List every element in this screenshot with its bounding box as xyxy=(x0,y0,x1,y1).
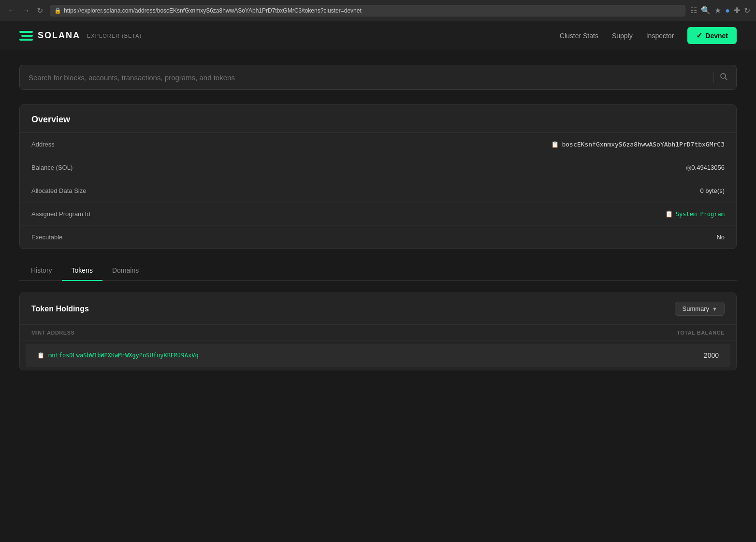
extensions2-button[interactable]: ✚ xyxy=(734,6,740,15)
url-text: https://explorer.solana.com/address/bosc… xyxy=(64,7,362,14)
search-bar-container xyxy=(19,65,737,90)
svg-rect-0 xyxy=(19,31,33,33)
inspector-link[interactable]: Inspector xyxy=(646,32,674,40)
forward-button[interactable]: → xyxy=(20,6,32,15)
data-size-row: Allocated Data Size 0 byte(s) xyxy=(20,179,736,203)
svg-rect-2 xyxy=(19,39,33,41)
copy-program-icon[interactable]: 📋 xyxy=(665,210,673,218)
copy-address-icon[interactable]: 📋 xyxy=(551,141,559,148)
overview-title: Overview xyxy=(20,105,736,133)
executable-value: No xyxy=(716,234,725,241)
address-value: 📋 boscEKsnfGxnmxyS6za8hwwASoYAbh1PrD7tbx… xyxy=(551,141,725,148)
executable-label: Executable xyxy=(31,234,62,241)
logo-area: SOLANA EXPLORER (BETA) xyxy=(19,30,142,41)
search-section xyxy=(0,50,756,104)
mint-address-link[interactable]: mntfosDLwaSbW1bWPXKwMrWXgyPoSUfuyKBEMJ9A… xyxy=(48,352,199,359)
total-balance-header: TOTAL BALANCE xyxy=(677,330,725,336)
cluster-stats-link[interactable]: Cluster Stats xyxy=(560,32,598,40)
reload-button[interactable]: ↻ xyxy=(35,6,45,15)
solana-logo-icon xyxy=(19,31,33,41)
summary-btn-label: Summary xyxy=(682,305,709,312)
logo-text: SOLANA xyxy=(38,30,80,41)
token-holdings-card: Token Holdings Summary ▼ MINT ADDRESS TO… xyxy=(19,293,737,370)
summary-button[interactable]: Summary ▼ xyxy=(675,302,725,316)
logo-beta-text: EXPLORER (BETA) xyxy=(87,33,142,39)
data-size-label: Allocated Data Size xyxy=(31,187,86,194)
browser-nav-buttons: ← → ↻ xyxy=(6,6,45,15)
balance-amount: ◎0.49413056 xyxy=(686,164,725,171)
address-label: Address xyxy=(31,141,55,148)
tab-tokens[interactable]: Tokens xyxy=(62,261,102,281)
devnet-button[interactable]: ✓ Devnet xyxy=(687,27,737,44)
extensions-button[interactable]: ☷ xyxy=(690,6,697,15)
address-row: Address 📋 boscEKsnfGxnmxyS6za8hwwASoYAbh… xyxy=(20,133,736,156)
svg-line-4 xyxy=(725,78,727,80)
program-id-value: 📋 System Program xyxy=(665,210,725,218)
browser-actions: ☷ 🔍 ★ ● ✚ ↻ xyxy=(690,6,750,15)
table-row: 📋 mntfosDLwaSbW1bWPXKwMrWXgyPoSUfuyKBEMJ… xyxy=(26,344,730,367)
address-bar[interactable]: 🔒 https://explorer.solana.com/address/bo… xyxy=(50,5,685,16)
balance-row: Balance (SOL) ◎0.49413056 xyxy=(20,156,736,179)
balance-value: ◎0.49413056 xyxy=(686,164,725,171)
token-holdings-title: Token Holdings xyxy=(31,305,89,313)
executable-row: Executable No xyxy=(20,226,736,249)
copy-mint-icon[interactable]: 📋 xyxy=(37,352,44,359)
lock-icon: 🔒 xyxy=(54,7,61,14)
tab-history[interactable]: History xyxy=(21,261,62,281)
overview-card: Overview Address 📋 boscEKsnfGxnmxyS6za8h… xyxy=(19,104,737,249)
program-id-row: Assigned Program Id 📋 System Program xyxy=(20,203,736,226)
svg-rect-1 xyxy=(21,35,33,37)
devnet-check-icon: ✓ xyxy=(696,31,702,40)
search-button[interactable] xyxy=(720,73,727,82)
address-text: boscEKsnfGxnmxyS6za8hwwASoYAbh1PrD7tbxGM… xyxy=(562,141,725,148)
balance-label: Balance (SOL) xyxy=(31,164,73,171)
refresh2-button[interactable]: ↻ xyxy=(744,6,750,15)
mint-address-cell: 📋 mntfosDLwaSbW1bWPXKwMrWXgyPoSUfuyKBEMJ… xyxy=(37,352,199,359)
search-icon xyxy=(720,73,727,80)
token-holdings-header: Token Holdings Summary ▼ xyxy=(20,293,736,325)
supply-link[interactable]: Supply xyxy=(612,32,633,40)
tabs-bar: History Tokens Domains xyxy=(19,261,737,281)
main-content: Overview Address 📋 boscEKsnfGxnmxyS6za8h… xyxy=(0,104,756,401)
profile-button[interactable]: ● xyxy=(725,6,730,15)
main-nav: Cluster Stats Supply Inspector ✓ Devnet xyxy=(560,27,737,44)
tab-domains[interactable]: Domains xyxy=(102,261,148,281)
zoom-button[interactable]: 🔍 xyxy=(701,6,711,15)
devnet-btn-label: Devnet xyxy=(705,32,728,40)
search-input[interactable] xyxy=(29,73,708,82)
data-size-value: 0 byte(s) xyxy=(700,187,725,194)
app-header: SOLANA EXPLORER (BETA) Cluster Stats Sup… xyxy=(0,21,756,50)
back-button[interactable]: ← xyxy=(6,6,17,15)
program-id-label: Assigned Program Id xyxy=(31,210,90,218)
system-program-link[interactable]: System Program xyxy=(676,211,725,218)
browser-chrome: ← → ↻ 🔒 https://explorer.solana.com/addr… xyxy=(0,0,756,21)
mint-address-header: MINT ADDRESS xyxy=(31,330,74,336)
table-header-row: MINT ADDRESS TOTAL BALANCE xyxy=(20,325,736,341)
search-divider xyxy=(713,72,714,83)
bookmark-button[interactable]: ★ xyxy=(714,6,721,15)
chevron-down-icon: ▼ xyxy=(712,306,717,312)
total-balance-cell: 2000 xyxy=(704,352,719,359)
